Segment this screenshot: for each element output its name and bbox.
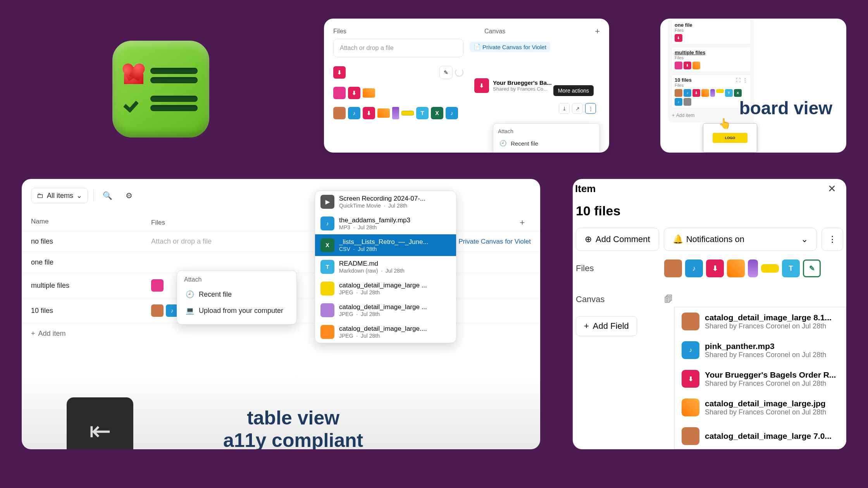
- item-detail-panel: Item ✕ 10 files ⊕Add Comment 🔔Notificati…: [573, 179, 846, 449]
- card-label[interactable]: multiple files: [675, 50, 747, 55]
- add-item-button[interactable]: + Add item: [22, 323, 540, 344]
- pdf-icon[interactable]: ⬇: [684, 62, 691, 69]
- audio-icon[interactable]: ♪: [684, 89, 691, 97]
- expand-icon[interactable]: ⛶: [736, 77, 741, 83]
- image-icon[interactable]: [333, 87, 346, 99]
- recent-file-item[interactable]: 🕘Recent file: [498, 137, 595, 150]
- add-field-button[interactable]: + Add Field: [576, 316, 637, 336]
- image-thumb[interactable]: [664, 259, 682, 277]
- file-meta: JPEG · Jul 28th: [339, 333, 427, 339]
- spreadsheet-icon[interactable]: X: [431, 107, 443, 119]
- pdf-icon[interactable]: ⬇: [333, 66, 346, 79]
- text-file-icon[interactable]: T: [782, 259, 800, 277]
- image-icon[interactable]: [151, 279, 164, 292]
- image-icon[interactable]: [675, 62, 682, 69]
- image-thumb[interactable]: [333, 107, 346, 119]
- private-canvas-link[interactable]: Private Canvas for Violet: [458, 238, 531, 246]
- audio-icon[interactable]: ♪: [348, 107, 360, 119]
- file-name: catalog_detail_image_large....: [339, 325, 427, 333]
- add-comment-button[interactable]: ⊕Add Comment: [576, 228, 659, 251]
- file-list-row[interactable]: catalog_detail_image_large 8.1...Shared …: [675, 307, 846, 336]
- more-button[interactable]: ⋮: [822, 228, 843, 251]
- file-meta: Markdown (raw) · Jul 28th: [339, 268, 405, 274]
- image-thumb[interactable]: [363, 88, 375, 98]
- add-column-button[interactable]: +: [595, 26, 600, 36]
- image-thumb[interactable]: [716, 89, 724, 93]
- add-column-button[interactable]: +: [520, 218, 525, 228]
- recent-file-row[interactable]: TREADME.mdMarkdown (raw) · Jul 28th: [315, 256, 456, 278]
- files-label: Files: [675, 55, 747, 60]
- recent-file-row[interactable]: catalog_detail_image_large ...JPEG · Jul…: [315, 278, 456, 299]
- card-label[interactable]: 10 files: [675, 77, 692, 83]
- clock-icon: 🕘: [499, 140, 507, 147]
- clock-icon: 🕘: [186, 290, 194, 299]
- attach-menu: Attach 🕘Recent file ⬚Upload from your co…: [493, 123, 600, 153]
- edit-icon[interactable]: ✎: [803, 259, 821, 277]
- pdf-icon[interactable]: ⬇: [706, 259, 724, 277]
- download-button[interactable]: ⤓: [559, 103, 570, 114]
- table-row[interactable]: one file: [22, 252, 540, 273]
- image-thumb[interactable]: [761, 264, 779, 273]
- item-title: 10 files: [573, 198, 846, 228]
- recent-file-row[interactable]: ♪the_addams_family.mp3MP3 · Jul 28th: [315, 213, 456, 234]
- recent-file-row[interactable]: catalog_detail_image_large ...JPEG · Jul…: [315, 299, 456, 321]
- card-label[interactable]: one file: [675, 22, 747, 28]
- edit-button[interactable]: ✎: [439, 66, 453, 79]
- pdf-icon[interactable]: ⬇: [363, 107, 375, 119]
- file-name: Your Bruegger's Bagels Order R...: [705, 370, 836, 380]
- notifications-button[interactable]: 🔔Notifications on⌄: [664, 228, 817, 251]
- audio-icon[interactable]: ♪: [675, 98, 682, 106]
- file-list-row[interactable]: ♪pink_panther.mp3Shared by Frances Coron…: [675, 336, 846, 364]
- canvas-icon[interactable]: 🗐: [664, 294, 673, 304]
- upload-item[interactable]: ⬚Upload from your computer: [498, 150, 595, 153]
- audio-icon[interactable]: ♪: [446, 107, 458, 119]
- image-thumb[interactable]: [151, 304, 164, 317]
- text-file-icon[interactable]: T: [416, 107, 429, 119]
- table-row[interactable]: no files Attach or drop a file Private C…: [22, 231, 540, 252]
- file-type-icon: [320, 282, 334, 296]
- pdf-icon[interactable]: ⬇: [348, 87, 360, 99]
- image-thumb[interactable]: [392, 107, 399, 119]
- file-list-row[interactable]: ⬇Your Bruegger's Bagels Order R...Shared…: [675, 364, 846, 393]
- recent-file-row[interactable]: ▶Screen Recording 2024-07-...QuickTime M…: [315, 191, 456, 213]
- column-files-header[interactable]: Files: [151, 219, 165, 227]
- image-thumb[interactable]: [401, 111, 414, 115]
- file-list-row[interactable]: catalog_detail_image_large 7.0...: [675, 422, 846, 449]
- more-actions-button[interactable]: ⋮: [585, 103, 596, 114]
- row-name: one file: [31, 258, 151, 266]
- image-thumb[interactable]: [675, 89, 682, 97]
- recent-file-item[interactable]: 🕘Recent file: [184, 286, 289, 302]
- upload-item[interactable]: 💻Upload from your computer: [184, 302, 289, 319]
- filter-dropdown[interactable]: 🗀 All items ⌄: [31, 188, 88, 203]
- audio-icon[interactable]: ♪: [685, 259, 703, 277]
- files-label: Files: [675, 83, 747, 88]
- image-thumb[interactable]: [727, 259, 745, 277]
- more-icon[interactable]: ⋮: [743, 77, 747, 83]
- cursor-icon: 👆: [718, 118, 731, 130]
- image-thumb[interactable]: [710, 89, 715, 97]
- pdf-icon[interactable]: ⬇: [675, 34, 682, 42]
- chevron-down-icon: ⌄: [76, 191, 82, 200]
- search-button[interactable]: 🔍: [99, 187, 115, 204]
- text-file-icon[interactable]: T: [725, 89, 733, 97]
- file-name: catalog_detail_image_large 7.0...: [705, 431, 832, 441]
- close-button[interactable]: ✕: [828, 183, 836, 195]
- attach-menu-header: Attach: [184, 276, 289, 283]
- image-thumb[interactable]: [377, 108, 390, 118]
- file-list-row[interactable]: catalog_detail_image_large.jpgShared by …: [675, 393, 846, 422]
- image-thumb[interactable]: [692, 62, 700, 69]
- pdf-icon[interactable]: ⬇: [474, 78, 489, 93]
- attach-dropzone[interactable]: Attach or drop a file: [151, 237, 212, 246]
- image-thumb[interactable]: [701, 89, 709, 97]
- image-thumb[interactable]: [748, 259, 758, 277]
- image-thumb[interactable]: [684, 98, 691, 106]
- filter-button[interactable]: ⚙: [121, 187, 137, 204]
- spreadsheet-icon[interactable]: X: [734, 89, 742, 97]
- pdf-icon[interactable]: ⬇: [692, 89, 700, 97]
- attach-dropzone[interactable]: Attach or drop a file: [333, 39, 463, 57]
- private-canvas-badge[interactable]: 📄 Private Canvas for Violet: [470, 42, 550, 52]
- recent-file-row[interactable]: catalog_detail_image_large....JPEG · Jul…: [315, 321, 456, 343]
- share-button[interactable]: ↗: [572, 103, 583, 114]
- recent-file-row[interactable]: X_lists__Lists_Retro_—_June...CSV · Jul …: [315, 234, 456, 256]
- column-name-header[interactable]: Name: [31, 218, 151, 228]
